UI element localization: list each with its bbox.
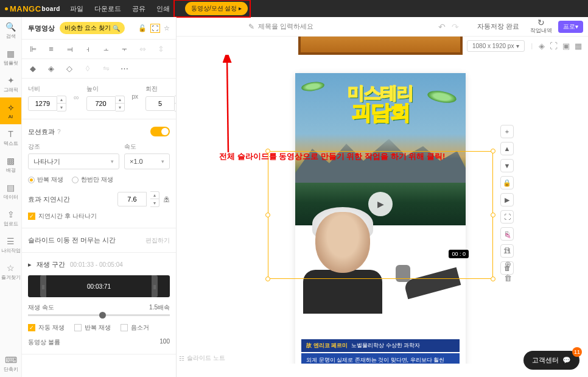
- canvas-size-dropdown[interactable]: 1080 x 1920 px▾: [467, 40, 525, 52]
- height-stepper[interactable]: ▴▾: [116, 96, 125, 111]
- resize-handle[interactable]: [491, 277, 495, 281]
- speed-select[interactable]: ×1.0: [124, 153, 170, 169]
- rail-search[interactable]: 🔍검색: [0, 17, 21, 44]
- layer-back-icon[interactable]: ◊: [83, 64, 93, 73]
- timeline-scrubber[interactable]: || 00:03:71 ||: [28, 275, 170, 297]
- rail-fav[interactable]: ☆즐겨찾기: [0, 258, 21, 285]
- slide-thumbnail-1[interactable]: [298, 37, 463, 55]
- link-dimensions-icon[interactable]: ∞: [74, 93, 79, 104]
- resize-handle[interactable]: [491, 149, 495, 153]
- after-delay-checkbox[interactable]: ✓: [28, 213, 35, 220]
- customer-center-button[interactable]: 고객센터 💬 11: [523, 351, 579, 370]
- rail-ai[interactable]: ✧AI: [0, 97, 21, 124]
- move-up-button[interactable]: ▲: [500, 142, 514, 155]
- layer-forward-icon[interactable]: ◈: [46, 64, 56, 73]
- rail-bg[interactable]: ▩배경: [0, 151, 21, 178]
- volume-label: 동영상 볼륨: [28, 338, 60, 347]
- undo-redo-group: ↶ ↷: [438, 22, 459, 32]
- align-bottom-icon[interactable]: ⫟: [119, 44, 129, 54]
- layer-front-icon[interactable]: ◆: [28, 64, 38, 73]
- width-input[interactable]: [28, 96, 57, 111]
- delay-input[interactable]: [117, 192, 147, 206]
- rail-text[interactable]: T텍스트: [0, 124, 21, 151]
- eyedropper-icon[interactable]: ✎: [505, 231, 511, 241]
- speed-slider[interactable]: [28, 314, 170, 316]
- rail-upload[interactable]: ⇪업로드: [0, 205, 21, 231]
- poster-title: 미스테리 괴담회: [295, 84, 466, 124]
- ai-icon: ✧: [7, 103, 15, 113]
- flip-h-icon[interactable]: ⇋: [101, 64, 111, 73]
- height-input[interactable]: [86, 96, 116, 111]
- video-motion-settings-button[interactable]: 동영상/모션 설정 ▸: [185, 2, 248, 15]
- rail-data[interactable]: ▤데이터: [0, 178, 21, 205]
- trim-end-handle[interactable]: ||: [152, 275, 158, 297]
- dist-v-icon: ⇕: [156, 44, 166, 54]
- grid-icon[interactable]: ▦: [575, 41, 582, 51]
- align-right-icon[interactable]: ⫤: [65, 44, 74, 54]
- align-top-icon[interactable]: ⫞: [83, 44, 93, 54]
- play-slide-button[interactable]: ▶: [500, 193, 514, 206]
- layers-icon[interactable]: ◈: [539, 41, 545, 51]
- duplicate-icon[interactable]: ⎘: [505, 245, 510, 255]
- menu-share[interactable]: 공유: [132, 4, 145, 13]
- resize-handle[interactable]: [265, 277, 270, 281]
- add-slide-button[interactable]: +: [500, 125, 514, 138]
- selection-frame[interactable]: [268, 151, 493, 279]
- crop-icon[interactable]: ⛶: [150, 24, 160, 33]
- emphasis-select[interactable]: 나타나기: [28, 153, 119, 169]
- align-hcenter-icon[interactable]: ≡: [46, 44, 56, 54]
- rail-template[interactable]: ▦템플릿: [0, 44, 21, 71]
- rotate-input[interactable]: [145, 96, 175, 111]
- repeat-checkbox[interactable]: [74, 324, 82, 331]
- fit-icon[interactable]: ⛶: [550, 41, 558, 51]
- menu-file[interactable]: 파일: [70, 4, 83, 13]
- slide-note-field[interactable]: ☷ 슬라이드 노트: [179, 354, 225, 362]
- after-delay-label: 지연시간 후 나타나기: [38, 212, 97, 220]
- find-similar-button[interactable]: 비슷한 요소 찾기🔍: [60, 22, 125, 34]
- more-icon[interactable]: ⋯: [119, 64, 129, 73]
- autoplay-checkbox[interactable]: ✓: [28, 324, 35, 331]
- title-input-group[interactable]: 제목을 입력하세요: [248, 22, 313, 31]
- menu-print[interactable]: 인쇄: [156, 4, 170, 13]
- dimensions-row: 너비 ▴▾ ∞ 높이 ▴▾ px 회전 ▴▾: [22, 79, 176, 119]
- align-vcenter-icon[interactable]: ⫠: [101, 44, 111, 54]
- align-left-icon[interactable]: ⊫: [28, 44, 38, 54]
- rail-mywork[interactable]: ☰나의작업: [0, 231, 21, 258]
- help-icon[interactable]: ?: [57, 129, 61, 135]
- motion-toggle[interactable]: [150, 127, 170, 136]
- fullscreen-icon[interactable]: ▣: [562, 41, 570, 51]
- lock-icon[interactable]: 🔓: [138, 24, 147, 32]
- plan-dropdown[interactable]: 프로▾: [558, 21, 583, 33]
- trim-start-handle[interactable]: ||: [40, 275, 46, 297]
- resize-handle[interactable]: [265, 213, 270, 217]
- resize-handle[interactable]: [491, 213, 495, 217]
- text-icon: T: [8, 129, 13, 139]
- favorite-icon[interactable]: ☆: [164, 24, 170, 32]
- motion-section: 모션효과 ? 강조 나타나기 속도 ×1.0 반복 재생 한번만 재생 효과 지…: [22, 119, 176, 228]
- undo-button[interactable]: ↶: [438, 22, 446, 32]
- once-radio[interactable]: 한번만 재생: [72, 175, 113, 184]
- width-stepper[interactable]: ▴▾: [57, 96, 66, 111]
- chevron-down-icon: ▾: [516, 43, 519, 49]
- crop-tool-button[interactable]: ⛶: [500, 210, 514, 224]
- layer-backward-icon[interactable]: ◇: [65, 64, 74, 73]
- move-down-button[interactable]: ▼: [500, 159, 514, 172]
- trash-icon[interactable]: 🗑: [504, 273, 512, 283]
- caption-bar: 故 엔리코 페르미 노벨물리학상 수상한 과학자: [301, 339, 460, 352]
- rail-shortcut[interactable]: ⌨단축키: [0, 350, 21, 377]
- mute-checkbox[interactable]: [121, 324, 128, 331]
- menu-download[interactable]: 다운로드: [94, 4, 121, 13]
- left-rail: 🔍검색 ▦템플릿 ✦그래픽 ✧AI T텍스트 ▩배경 ▤데이터 ⇪업로드 ☰나의…: [0, 17, 22, 377]
- repeat-radio[interactable]: 반복 재생: [28, 175, 63, 184]
- motion-title: 모션효과: [28, 127, 55, 136]
- align-tools: ⊫ ≡ ⫤ ⫞ ⫠ ⫟ ⇔ ⇕: [22, 40, 176, 59]
- history-button[interactable]: ↻ 작업내역: [530, 18, 552, 35]
- rail-graphic[interactable]: ✦그래픽: [0, 71, 21, 97]
- lock-button[interactable]: 🔒: [500, 176, 514, 189]
- title-placeholder[interactable]: 제목을 입력하세요: [258, 22, 313, 31]
- slider-thumb[interactable]: [99, 312, 106, 319]
- edit-pause-link[interactable]: 편집하기: [145, 236, 170, 245]
- add-circle-icon[interactable]: ⊕: [505, 259, 511, 269]
- delay-stepper[interactable]: ▴▾: [150, 191, 159, 207]
- redo-button[interactable]: ↷: [452, 22, 459, 32]
